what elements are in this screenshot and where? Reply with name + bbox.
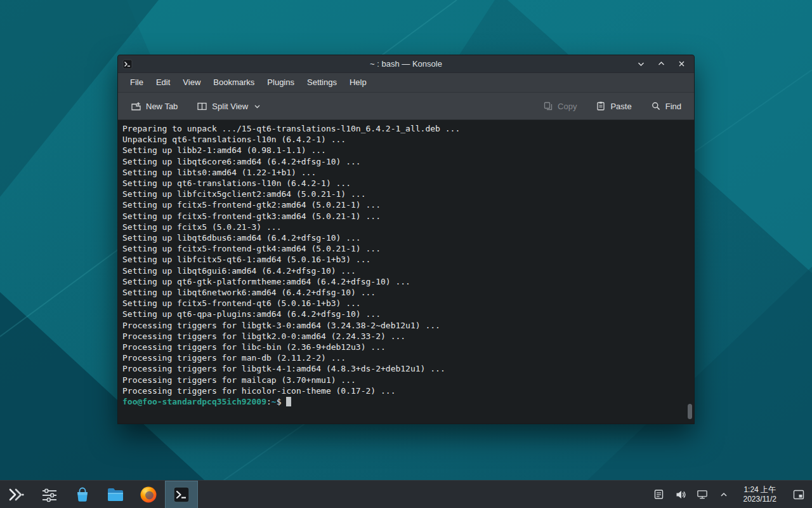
taskbar-panel: 1:24 上午 2023/11/2: [0, 480, 812, 508]
firefox-button[interactable]: [132, 481, 165, 508]
firefox-icon: [140, 486, 157, 504]
window-title: ~ : bash — Konsole: [118, 59, 694, 69]
terminal-line: Processing triggers for libgtk2.0-0:amd6…: [122, 331, 685, 342]
expand-tray-icon[interactable]: [718, 489, 730, 500]
terminal-view[interactable]: Preparing to unpack .../15-qt6-translati…: [118, 120, 694, 424]
konsole-window: ~ : bash — Konsole FileEditViewBookmarks…: [117, 55, 695, 424]
terminal-line: Setting up libqt6core6:amd64 (6.4.2+dfsg…: [122, 156, 685, 167]
clock-time: 1:24 上午: [743, 485, 777, 495]
split-view-icon: [197, 101, 207, 112]
terminal-line: Setting up qt6-translations-l10n (6.4.2-…: [122, 178, 685, 189]
close-button[interactable]: [677, 60, 686, 69]
konsole-app-icon: [122, 59, 133, 69]
konsole-task-button[interactable]: [165, 481, 198, 508]
prompt-line: foo@foo-standardpcq35ich92009:~$: [122, 396, 685, 407]
terminal-scrollbar[interactable]: [687, 121, 693, 422]
terminal-line: Setting up fcitx5 (5.0.21-3) ...: [122, 222, 685, 232]
find-icon: [651, 101, 661, 111]
chevron-down-icon: [254, 103, 261, 110]
split-view-label: Split View: [212, 102, 248, 111]
terminal-line: Setting up libb2-1:amd64 (0.98.1-1.1) ..…: [122, 145, 685, 156]
toolbar: New Tab Split View Copy: [118, 93, 694, 120]
terminal-line: Setting up qt6-gtk-platformtheme:amd64 (…: [122, 276, 685, 287]
volume-icon[interactable]: [675, 489, 686, 500]
menu-file[interactable]: File: [124, 73, 150, 92]
application-launcher-button[interactable]: [0, 481, 33, 508]
file-manager-button[interactable]: [99, 481, 132, 508]
application-launcher-icon: [8, 488, 25, 502]
menu-bar: FileEditViewBookmarksPluginsSettingsHelp: [118, 73, 694, 93]
paste-label: Paste: [610, 102, 631, 111]
discover-icon: [74, 486, 91, 503]
copy-label: Copy: [558, 102, 577, 111]
copy-button[interactable]: Copy: [538, 97, 582, 116]
terminal-scrollbar-thumb[interactable]: [688, 404, 692, 419]
split-view-button[interactable]: Split View: [192, 97, 266, 116]
find-button[interactable]: Find: [646, 97, 686, 116]
terminal-line: Setting up fcitx5-frontend-gtk2:amd64 (5…: [122, 199, 685, 210]
find-label: Find: [665, 102, 681, 111]
terminal-line: Processing triggers for libgtk-3-0:amd64…: [122, 320, 685, 331]
terminal-line: Processing triggers for libc-bin (2.36-9…: [122, 342, 685, 352]
terminal-line: Unpacking qt6-translations-l10n (6.4.2-1…: [122, 134, 685, 145]
menu-view[interactable]: View: [176, 73, 207, 92]
menu-help[interactable]: Help: [343, 73, 373, 92]
copy-icon: [543, 101, 553, 111]
terminal-output: Preparing to unpack .../15-qt6-translati…: [122, 123, 685, 396]
terminal-line: Setting up libqt6network6:amd64 (6.4.2+d…: [122, 287, 685, 298]
terminal-line: Setting up fcitx5-frontend-gtk4:amd64 (5…: [122, 243, 685, 254]
terminal-line: Setting up libts0:amd64 (1.22-1+b1) ...: [122, 167, 685, 178]
terminal-cursor: [286, 397, 291, 406]
terminal-line: Processing triggers for libgtk-4-1:amd64…: [122, 363, 685, 374]
folder-icon: [107, 487, 124, 502]
prompt-dollar: $: [277, 397, 282, 406]
paste-icon: [596, 101, 606, 111]
task-switcher-settings-button[interactable]: [33, 481, 66, 508]
terminal-line: Processing triggers for man-db (2.11.2-2…: [122, 352, 685, 363]
clock-date: 2023/11/2: [743, 495, 777, 504]
new-tab-label: New Tab: [146, 102, 178, 111]
konsole-task-icon: [173, 486, 190, 504]
network-icon[interactable]: [697, 489, 708, 500]
terminal-line: Setting up libfcitx5-qt6-1:amd64 (5.0.16…: [122, 254, 685, 265]
terminal-line: Preparing to unpack .../15-qt6-translati…: [122, 123, 685, 134]
terminal-line: Setting up libqt6gui6:amd64 (6.4.2+dfsg-…: [122, 265, 685, 276]
menu-bookmarks[interactable]: Bookmarks: [207, 73, 261, 92]
terminal-line: Setting up fcitx5-frontend-gtk3:amd64 (5…: [122, 211, 685, 222]
notifications-icon[interactable]: [653, 489, 665, 500]
prompt-path: ~: [272, 397, 277, 406]
menu-edit[interactable]: Edit: [150, 73, 176, 92]
paste-button[interactable]: Paste: [591, 97, 636, 116]
terminal-line: Setting up libfcitx5gclient2:amd64 (5.0.…: [122, 189, 685, 199]
maximize-button[interactable]: [657, 60, 665, 69]
new-tab-icon: [131, 101, 141, 112]
show-desktop-icon: [793, 490, 804, 500]
window-titlebar[interactable]: ~ : bash — Konsole: [118, 55, 694, 73]
prompt-user-host: foo@foo-standardpcq35ich92009: [122, 397, 266, 406]
terminal-line: Processing triggers for hicolor-icon-the…: [122, 385, 685, 396]
new-tab-button[interactable]: New Tab: [126, 97, 183, 116]
prompt-colon: :: [266, 397, 272, 406]
menu-settings[interactable]: Settings: [301, 73, 343, 92]
terminal-line: Setting up libqt6dbus6:amd64 (6.4.2+dfsg…: [122, 232, 685, 243]
digital-clock[interactable]: 1:24 上午 2023/11/2: [740, 485, 781, 504]
sliders-icon: [41, 487, 58, 502]
terminal-line: Setting up fcitx5-frontend-qt6 (5.0.16-1…: [122, 298, 685, 309]
discover-button[interactable]: [66, 481, 99, 508]
system-tray: 1:24 上午 2023/11/2: [653, 481, 812, 508]
show-desktop-button[interactable]: [790, 481, 807, 508]
minimize-button[interactable]: [636, 60, 645, 69]
terminal-line: Processing triggers for mailcap (3.70+nm…: [122, 375, 685, 385]
menu-plugins[interactable]: Plugins: [261, 73, 301, 92]
terminal-line: Setting up qt6-qpa-plugins:amd64 (6.4.2+…: [122, 309, 685, 319]
